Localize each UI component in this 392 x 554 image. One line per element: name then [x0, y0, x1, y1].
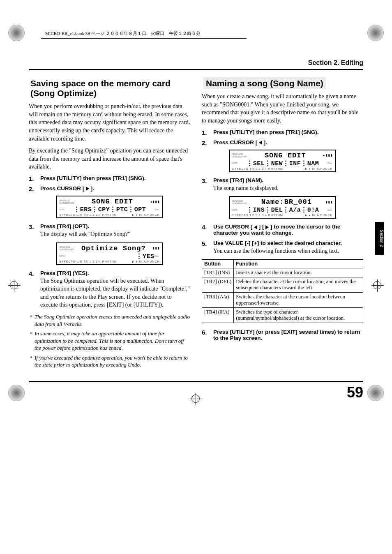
step-text: Press [TR4] (YES). [40, 270, 89, 276]
step-text: Press [UTILITY] then press [TR1] (SNG). [213, 129, 319, 135]
step-3: Press [TR4] (OPT). The display will ask … [29, 223, 190, 238]
arrow-left-icon [254, 225, 257, 229]
step-text: Press [TR4] (NAM). [213, 177, 263, 183]
step-subtext: The display will ask "Optimize Song?" [40, 230, 190, 238]
step-text: Press CURSOR [ ]. [213, 139, 267, 145]
step-1: Press [UTILITY] then press [TR1] (SNG). [29, 175, 190, 181]
table-cell: Switches the character at the cursor loc… [234, 292, 363, 307]
lcd-line: Optimize Song? [81, 245, 146, 252]
table-cell: [TR1] (INS) [202, 268, 234, 277]
book-header: MICRO-BR_e1.book 59 ページ ２００６年８月１日 火曜日 午後… [41, 29, 247, 39]
registration-mark [8, 25, 25, 41]
table-cell: [TR3] (A/a) [202, 292, 234, 307]
step-text: Press [UTILITY] (or press [EXIT] several… [213, 329, 360, 341]
topic-title-optimize: Saving space on the memory card (Song Op… [29, 78, 190, 98]
lcd-name-edit: BOUNCEMASTERINGName:BR_001▮▮▮ MP3⋮INS⋮DE… [229, 196, 336, 219]
registration-mark [371, 279, 384, 292]
step-2: Press CURSOR [ ]. [29, 185, 190, 192]
table-header: Button [202, 259, 234, 268]
lcd-footer: EFFECTS TR 1 2 3 4 RHYTHM [233, 167, 283, 171]
table-row: [TR2] (DEL) Deletes the character at the… [202, 277, 363, 292]
lcd-line: SONG EDIT [265, 152, 306, 159]
table-cell: Inserts a space at the cursor location. [234, 268, 363, 277]
lcd-optimize-confirm: BOUNCEMASTERINGOptimize Song?▮▮▮ MP3⋮YES… [56, 242, 163, 265]
table-cell: Switches the type of character (numeral/… [234, 307, 363, 323]
note-item: If you've executed the optimize operatio… [35, 354, 190, 369]
arrow-right-icon [86, 187, 89, 191]
arrow-right-icon [265, 225, 269, 229]
function-table: Button Function [TR1] (INS) Inserts a sp… [202, 259, 363, 323]
table-cell: Deletes the character at the cursor loca… [234, 277, 363, 292]
step-4: Use CURSOR [ ] [ ] to move the cursor to… [202, 224, 363, 236]
step-6: Press [UTILITY] (or press [EXIT] several… [202, 329, 363, 341]
registration-mark [367, 385, 384, 401]
step-1: Press [UTILITY] then press [TR1] (SNG). [202, 129, 363, 135]
notes-list: The Song Optimize operation erases the u… [29, 313, 190, 369]
lcd-song-edit: BOUNCEMASTERINGSONG EDIT◂▮▮▮ MP3⋮ERS⋮CPY… [56, 196, 163, 218]
table-row: [TR3] (A/a) Switches the character at th… [202, 292, 363, 307]
registration-mark [8, 279, 21, 292]
lcd-line: ⋮INS⋮DEL⋮A/a⋮0!A [247, 206, 319, 214]
step-4: Press [TR4] (YES). The Song Optimize ope… [29, 270, 190, 309]
step-2: Press CURSOR [ ]. [202, 139, 363, 145]
step-text: Press [TR4] (OPT). [40, 223, 89, 229]
lcd-line: SONG EDIT [92, 198, 133, 205]
note-item: The Song Optimize operation erases the u… [35, 313, 190, 328]
step-text: Use CURSOR [ ] [ ] to move the cursor to… [213, 224, 340, 236]
step-text: Press [UTILITY] then press [TR1] (SNG). [40, 175, 146, 181]
registration-mark [8, 385, 25, 401]
right-column: Naming a song (Song Name) When you creat… [202, 78, 363, 371]
arrow-left-icon [259, 141, 262, 145]
lcd-footer: EFFECTS L/R TR 1 2 3 4 RHYTHM [60, 213, 117, 217]
body-text: When you create a new song, it will auto… [202, 92, 363, 125]
step-subtext: The Song Optimize operation will be exec… [40, 277, 190, 309]
lcd-footer: EFFECTS TR 1 2 3 4 RHYTHM [233, 214, 283, 217]
left-column: Saving space on the memory card (Song Op… [29, 78, 190, 371]
lcd-line: Name:BR_001 [261, 198, 312, 206]
lcd-line: ⋮ERS⋮CPY⋮PTC⋮OPT [74, 205, 146, 213]
table-row: [TR4] (0!A) Switches the type of charact… [202, 307, 363, 323]
body-text: By executing the "Song Optimize" operati… [29, 147, 190, 171]
step-subtext: The song name is displayed. [213, 184, 363, 192]
table-header: Function [234, 259, 363, 268]
step-3: Press [TR4] (NAM). The song name is disp… [202, 177, 363, 192]
note-item: In some cases, it may take an appreciabl… [35, 330, 190, 352]
lcd-song-edit-right: BOUNCEMASTERINGSONG EDIT▸▮▮▮ MP3⋮SEL⋮NEW… [229, 150, 336, 172]
topic-title-name: Naming a song (Song Name) [202, 78, 363, 88]
body-text: When you perform overdubbing or punch-in… [29, 102, 190, 143]
table-cell: [TR2] (DEL) [202, 277, 234, 292]
registration-mark [367, 25, 384, 41]
step-text: Use VALUE [-] [+] to select the desired … [213, 240, 342, 246]
step-5: Use VALUE [-] [+] to select the desired … [202, 240, 363, 255]
section-header: Section 2. Editing [29, 59, 363, 70]
step-text: Press CURSOR [ ]. [40, 185, 94, 192]
registration-mark [190, 393, 202, 405]
step-subtext: You can use the following functions when… [213, 247, 363, 255]
lcd-footer: EFFECTS L/R TR 1 2 3 4 RHYTHM [60, 260, 117, 263]
side-tab: Section 2 [375, 222, 384, 255]
table-row: [TR1] (INS) Inserts a space at the curso… [202, 268, 363, 277]
lcd-line: ⋮YES [136, 252, 154, 260]
lcd-line: ⋮SEL⋮NEW⋮INF⋮NAM [247, 159, 319, 167]
table-cell: [TR4] (0!A) [202, 307, 234, 323]
